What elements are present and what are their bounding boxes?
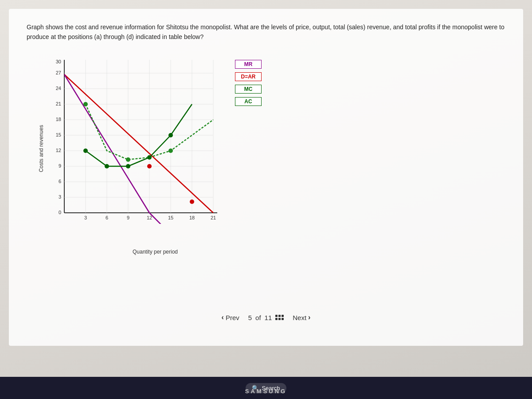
svg-text:21: 21 — [211, 215, 216, 220]
samsung-logo: SAMSUNG — [245, 388, 287, 395]
svg-text:15: 15 — [56, 132, 61, 137]
grid-icon[interactable] — [275, 315, 284, 320]
svg-text:30: 30 — [56, 59, 61, 64]
svg-text:12: 12 — [56, 148, 61, 153]
svg-point-48 — [168, 149, 173, 153]
screen: Graph shows the cost and revenue informa… — [0, 0, 532, 399]
legend: MR D=AR MC AC — [235, 60, 262, 106]
x-axis-label: Quantity per period — [133, 249, 178, 255]
svg-text:24: 24 — [56, 86, 61, 91]
legend-dar: D=AR — [235, 72, 262, 81]
svg-point-46 — [126, 157, 130, 162]
svg-text:3: 3 — [84, 215, 87, 220]
svg-point-43 — [168, 133, 173, 137]
legend-mr: MR — [235, 60, 262, 69]
svg-text:21: 21 — [56, 101, 61, 106]
page-separator: of — [255, 314, 261, 321]
svg-text:6: 6 — [59, 179, 61, 184]
chart-area: Costs and revenues — [40, 55, 270, 242]
next-chevron-icon: › — [308, 313, 310, 321]
legend-mc: MC — [235, 85, 262, 94]
content-area: Graph shows the cost and revenue informa… — [9, 9, 523, 346]
prev-chevron-icon: ‹ — [222, 313, 224, 321]
svg-text:18: 18 — [189, 215, 195, 220]
svg-point-39 — [83, 149, 88, 153]
prev-label: Prev — [226, 314, 239, 321]
svg-text:9: 9 — [127, 215, 129, 220]
next-button[interactable]: Next › — [293, 313, 310, 321]
page-info: 5 of 11 — [248, 314, 284, 321]
current-page: 5 — [248, 314, 252, 321]
svg-text:27: 27 — [56, 70, 61, 75]
total-pages: 11 — [265, 314, 272, 321]
svg-line-36 — [64, 74, 213, 213]
svg-point-44 — [190, 200, 194, 204]
question-text: Graph shows the cost and revenue informa… — [27, 22, 505, 42]
svg-text:6: 6 — [106, 215, 108, 220]
prev-button[interactable]: ‹ Prev — [222, 313, 239, 321]
svg-text:15: 15 — [168, 215, 173, 220]
svg-point-41 — [126, 164, 130, 168]
svg-point-47 — [147, 164, 152, 168]
svg-text:12: 12 — [147, 215, 152, 220]
legend-ac: AC — [235, 97, 262, 106]
svg-point-42 — [147, 155, 152, 160]
chart-svg: 0 3 6 9 12 15 18 21 24 27 30 3 6 9 12 15… — [40, 55, 226, 224]
svg-point-40 — [105, 164, 109, 168]
svg-text:9: 9 — [59, 163, 61, 168]
svg-point-45 — [83, 102, 88, 106]
svg-text:18: 18 — [56, 117, 61, 122]
svg-text:0: 0 — [59, 210, 61, 215]
svg-text:3: 3 — [59, 194, 61, 200]
nav-bar: ‹ Prev 5 of 11 Next › — [9, 313, 523, 321]
next-label: Next — [293, 314, 306, 321]
svg-line-38 — [149, 213, 213, 224]
